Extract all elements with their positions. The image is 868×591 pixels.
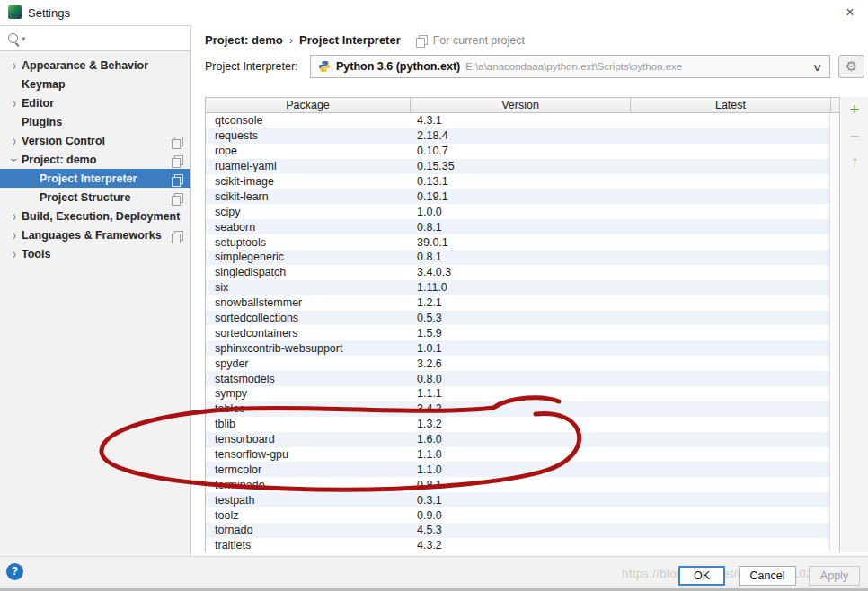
table-row[interactable]: tensorflow-gpu1.1.0 [206,447,839,463]
cell-version: 4.5.3 [410,524,630,536]
table-row[interactable]: testpath0.3.1 [206,492,839,507]
ok-button[interactable]: OK [678,566,725,586]
apply-button[interactable]: Apply [809,566,860,586]
settings-sidebar: ▾ ›Appearance & BehaviorKeymap›EditorPlu… [0,25,191,556]
table-row[interactable]: snowballstemmer1.2.1 [206,296,839,311]
cell-version: 3.4.0.3 [410,266,630,278]
current-project-icon [419,35,428,45]
sidebar-item-label: Build, Execution, Deployment [22,210,180,223]
sidebar-item-plugins[interactable]: Plugins [0,112,190,131]
cell-version: 0.15.35 [410,160,630,172]
current-project-icon [174,193,183,203]
table-row[interactable]: toolz0.9.0 [206,507,839,523]
table-row[interactable]: terminado0.8.1 [206,477,839,492]
cell-version: 0.9.0 [410,509,630,522]
chevron-collapsed-icon[interactable]: › [8,245,21,261]
chevron-collapsed-icon[interactable]: › [8,57,21,73]
table-row[interactable]: spyder3.2.6 [206,356,839,371]
settings-search-input[interactable]: ▾ [0,26,190,51]
sidebar-item-project-structure[interactable]: Project Structure [0,188,190,207]
column-header-latest[interactable]: Latest [630,98,830,112]
chevron-expanded-icon[interactable]: › [6,153,22,165]
cell-version: 1.1.1 [410,387,630,400]
help-icon[interactable]: ? [6,563,23,580]
cell-version: 1.6.0 [410,433,630,445]
cancel-button[interactable]: Cancel [739,566,796,586]
table-row[interactable]: setuptools39.0.1 [206,234,839,250]
cell-package: scikit-image [206,175,410,188]
cell-version: 39.0.1 [410,236,630,249]
sidebar-item-project-interpreter[interactable]: Project Interpreter [0,169,190,188]
cell-version: 1.2.1 [410,296,630,309]
chevron-collapsed-icon[interactable]: › [8,226,21,243]
sidebar-item-label: Version Control [22,135,105,147]
table-row[interactable]: sympy1.1.1 [206,386,839,401]
sidebar-item-label: Plugins [22,116,62,128]
column-header-version[interactable]: Version [410,98,630,112]
table-row[interactable]: statsmodels0.8.0 [206,371,839,386]
chevron-collapsed-icon[interactable]: › [8,207,21,224]
cell-package: setuptools [206,236,410,249]
table-row[interactable]: scipy1.0.0 [206,204,839,219]
table-row[interactable]: singledispatch3.4.0.3 [206,265,839,280]
interpreter-select[interactable]: Python 3.6 (python.ext) E:\a\anacondaaa\… [310,55,830,78]
sidebar-item-keymap[interactable]: Keymap [0,75,190,93]
table-row[interactable]: seaborn0.8.1 [206,219,839,234]
table-row[interactable]: tornado4.5.3 [206,523,839,538]
sidebar-item-editor[interactable]: ›Editor [0,93,190,112]
table-row[interactable]: tblib1.3.2 [206,417,839,432]
table-row[interactable]: sortedcontainers1.5.9 [206,325,839,340]
table-row[interactable]: tensorboard1.6.0 [206,432,839,447]
sidebar-item-label: Tools [22,248,50,260]
window-title: Settings [28,6,70,20]
cell-version: 0.13.1 [410,175,630,188]
cell-package: ruamel-yaml [206,160,410,172]
chevron-down-icon[interactable]: ∨ [812,60,823,73]
column-header-package[interactable]: Package [206,98,410,112]
table-row[interactable]: six1.11.0 [206,280,839,296]
cell-version: 1.0.1 [410,342,630,355]
search-caret-icon[interactable]: ▾ [22,34,26,43]
table-row[interactable]: ruamel-yaml0.15.35 [206,159,839,174]
table-row[interactable]: sortedcollections0.5.3 [206,311,839,326]
table-row[interactable]: simplegeneric0.8.1 [206,250,839,265]
table-row[interactable]: scikit-learn0.19.1 [206,189,839,204]
table-scrollbar[interactable] [829,113,839,551]
table-row[interactable]: tables3.4.2 [206,401,839,417]
table-row[interactable]: rope0.10.7 [206,144,839,159]
table-row[interactable]: qtconsole4.3.1 [206,113,839,128]
cell-package: toolz [206,509,410,522]
cell-package: tblib [206,418,410,430]
table-row[interactable]: traitlets4.3.2 [206,538,839,553]
sidebar-item-build-execution-deployment[interactable]: ›Build, Execution, Deployment [0,207,190,225]
install-package-icon[interactable]: + [841,99,868,120]
cell-version: 1.5.9 [410,327,630,340]
table-row[interactable]: sphinxcontrib-websupport1.0.1 [206,340,839,356]
close-icon[interactable]: × [841,4,859,22]
cell-version: 2.18.4 [410,129,630,142]
cell-version: 1.1.0 [410,463,630,476]
gear-icon[interactable]: ⚙ [838,55,864,78]
sidebar-item-project-demo[interactable]: ›Project: demo [0,150,190,169]
chevron-collapsed-icon[interactable]: › [8,94,21,110]
interpreter-label: Project Interpreter: [205,60,298,73]
cell-package: qtconsole [206,114,410,127]
sidebar-item-label: Project Interpreter [40,172,137,185]
table-row[interactable]: scikit-image0.13.1 [206,174,839,190]
chevron-collapsed-icon[interactable]: › [8,132,21,148]
breadcrumb-page: Project Interpreter [299,33,401,47]
sidebar-item-appearance-behavior[interactable]: ›Appearance & Behavior [0,56,190,75]
package-table: Package Version Latest qtconsole4.3.1req… [205,97,840,552]
cell-package: tensorflow-gpu [206,448,410,461]
cell-version: 4.3.1 [410,114,630,127]
sidebar-item-label: Languages & Frameworks [22,229,162,242]
sidebar-item-version-control[interactable]: ›Version Control [0,131,190,150]
breadcrumb-project[interactable]: Project: demo [205,33,283,47]
uninstall-package-icon[interactable]: − [841,126,868,147]
interpreter-name: Python 3.6 (python.ext) [336,60,460,73]
table-row[interactable]: requests2.18.4 [206,128,839,144]
table-row[interactable]: termcolor1.1.0 [206,462,839,477]
upgrade-package-icon[interactable]: ↑ [841,151,868,172]
sidebar-item-languages-frameworks[interactable]: ›Languages & Frameworks [0,225,190,244]
sidebar-item-tools[interactable]: ›Tools [0,244,190,263]
